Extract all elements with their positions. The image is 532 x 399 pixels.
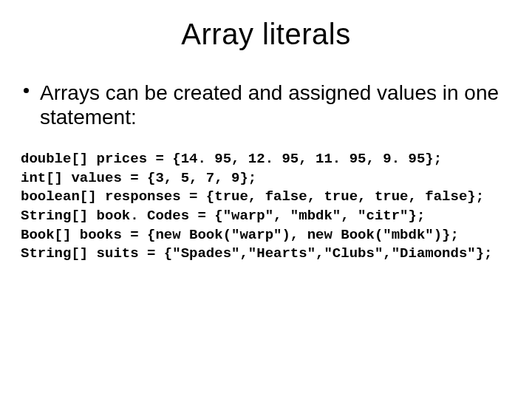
code-block: double[] prices = {14. 95, 12. 95, 11. 9… xyxy=(21,150,511,264)
bullet-item: Arrays can be created and assigned value… xyxy=(21,81,511,129)
slide: Array literals Arrays can be created and… xyxy=(0,0,532,399)
bullet-dot-icon xyxy=(24,88,29,93)
code-line: double[] prices = {14. 95, 12. 95, 11. 9… xyxy=(21,151,442,167)
code-line: String[] book. Codes = {"warp", "mbdk", … xyxy=(21,208,425,224)
code-line: int[] values = {3, 5, 7, 9}; xyxy=(21,170,256,186)
code-line: String[] suits = {"Spades","Hearts","Clu… xyxy=(21,245,493,262)
code-line: boolean[] responses = {true, false, true… xyxy=(21,188,484,205)
code-line: Book[] books = {new Book("warp"), new Bo… xyxy=(21,227,459,243)
slide-title: Array literals xyxy=(21,18,511,51)
bullet-text: Arrays can be created and assigned value… xyxy=(40,81,499,129)
